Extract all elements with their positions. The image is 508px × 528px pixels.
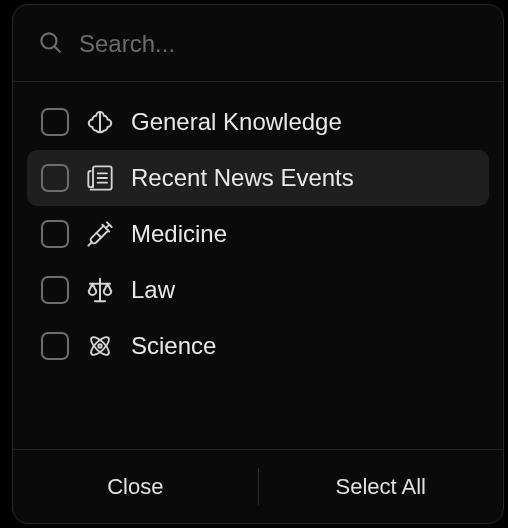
row-recent-news-events[interactable]: Recent News Events	[27, 150, 489, 206]
close-button[interactable]: Close	[13, 450, 258, 523]
row-science[interactable]: Science	[27, 318, 489, 374]
checkbox-law[interactable]	[41, 276, 69, 304]
svg-line-1	[55, 47, 60, 52]
syringe-icon	[85, 219, 115, 249]
atom-icon	[85, 331, 115, 361]
close-button-label: Close	[107, 474, 163, 500]
checkbox-medicine[interactable]	[41, 220, 69, 248]
search-input[interactable]	[79, 30, 479, 58]
row-medicine[interactable]: Medicine	[27, 206, 489, 262]
category-list: General Knowledge Recent News Events	[13, 82, 503, 378]
row-label: General Knowledge	[131, 108, 342, 136]
select-all-button-label: Select All	[336, 474, 427, 500]
select-all-button[interactable]: Select All	[259, 450, 504, 523]
search-row	[13, 5, 503, 82]
checkbox-recent-news-events[interactable]	[41, 164, 69, 192]
newspaper-icon	[85, 163, 115, 193]
row-label: Law	[131, 276, 175, 304]
row-label: Medicine	[131, 220, 227, 248]
row-law[interactable]: Law	[27, 262, 489, 318]
scales-icon	[85, 275, 115, 305]
search-icon	[37, 29, 63, 59]
row-general-knowledge[interactable]: General Knowledge	[27, 94, 489, 150]
svg-point-5	[98, 344, 102, 348]
selection-panel: General Knowledge Recent News Events	[12, 4, 504, 524]
brain-icon	[85, 107, 115, 137]
checkbox-general-knowledge[interactable]	[41, 108, 69, 136]
footer: Close Select All	[13, 449, 503, 523]
row-label: Science	[131, 332, 216, 360]
row-label: Recent News Events	[131, 164, 354, 192]
checkbox-science[interactable]	[41, 332, 69, 360]
